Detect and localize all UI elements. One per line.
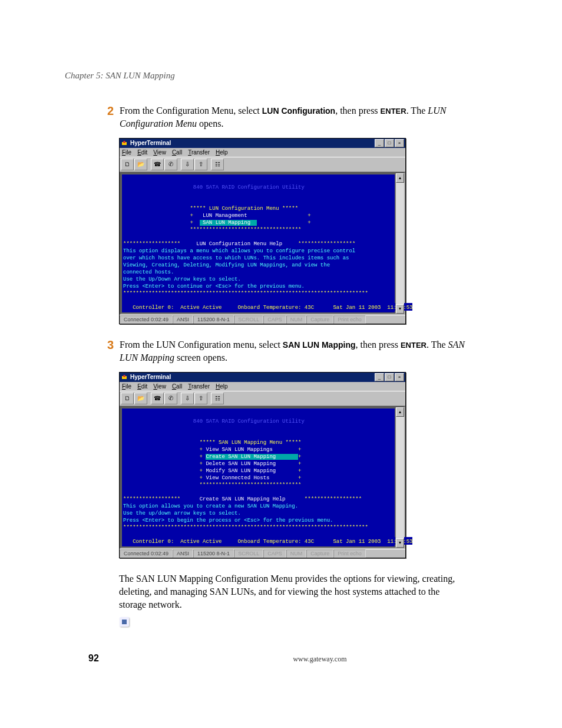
tool-properties-icon[interactable]: ☷ [211, 393, 224, 404]
menu-view[interactable]: View [153, 383, 166, 390]
text: opens. [197, 118, 223, 129]
window-titlebar: HyperTerminal _ □ × [120, 373, 405, 382]
key-name: ENTER [381, 107, 406, 116]
status-baud: 115200 8-N-1 [193, 315, 234, 324]
menu-help[interactable]: Help [216, 383, 228, 390]
help-line: connected hosts. [123, 269, 174, 275]
menu-call[interactable]: Call [172, 149, 182, 156]
bold-label: SAN LUN Mapping [283, 340, 356, 350]
scroll-up-icon[interactable]: ▴ [396, 173, 404, 183]
menu-item-view-mappings[interactable]: View SAN LUN Mappings [206, 447, 272, 453]
menu-item-lun-management[interactable]: LUN Management [203, 213, 247, 219]
chapter-header: Chapter 5: SAN LUN Mapping [65, 71, 497, 81]
status-print: Print echo [333, 549, 366, 558]
status-capture: Capture [306, 315, 333, 324]
status-emulation: ANSI [173, 549, 193, 558]
svg-rect-5 [122, 620, 127, 624]
tool-receive-icon[interactable]: ⇧ [194, 159, 207, 170]
tool-new-icon[interactable]: 🗋 [121, 159, 134, 170]
menu-file[interactable]: File [122, 383, 131, 390]
menu-item-modify-mapping[interactable]: Modify SAN LUN Mapping [206, 468, 276, 474]
status-connected: Connected 0:02:49 [120, 549, 173, 558]
help-line: Use the Up/Down Arrow keys to select. [123, 276, 241, 282]
tool-connect-icon[interactable]: ☎ [151, 159, 164, 170]
minimize-button[interactable]: _ [375, 139, 384, 147]
step-number: 3 [97, 338, 114, 365]
scroll-down-icon[interactable]: ▾ [396, 538, 404, 548]
menu-item-delete-mapping[interactable]: Delete SAN LUN Mapping [206, 461, 276, 467]
scroll-up-icon[interactable]: ▴ [396, 407, 404, 417]
menu-item-create-mapping[interactable]: Create SAN LUN Mapping [206, 454, 298, 460]
step-number: 2 [97, 104, 114, 131]
scroll-down-icon[interactable]: ▾ [396, 304, 404, 314]
close-button[interactable]: × [395, 373, 404, 381]
terminal-content[interactable]: 840 SATA RAID Configuration Utility ****… [122, 409, 395, 546]
status-baud: 115200 8-N-1 [193, 549, 234, 558]
menu-edit[interactable]: Edit [137, 149, 147, 156]
tool-disconnect-icon[interactable]: ✆ [164, 393, 177, 404]
maximize-button[interactable]: □ [385, 373, 394, 381]
toolbar: 🗋 📂 ☎ ✆ ⇩ ⇧ ☷ [120, 391, 405, 406]
menu-item-view-hosts[interactable]: View Connected Hosts [206, 475, 269, 481]
tool-disconnect-icon[interactable]: ✆ [164, 159, 177, 170]
maximize-button[interactable]: □ [385, 139, 394, 147]
menu-help[interactable]: Help [216, 149, 228, 156]
help-line: over which hosts have access to which LU… [123, 255, 349, 261]
step-3: 3 From the LUN Configuration menu, selec… [65, 338, 497, 365]
status-strip: Connected 0:02:49 ANSI 115200 8-N-1 SCRO… [120, 315, 405, 324]
tool-send-icon[interactable]: ⇩ [181, 393, 194, 404]
status-connected: Connected 0:02:49 [120, 315, 173, 324]
close-button[interactable]: × [395, 139, 404, 147]
status-num: NUM [286, 549, 307, 558]
app-icon [121, 374, 128, 381]
app-icon [121, 140, 128, 147]
bold-label: LUN Configuration [262, 106, 335, 116]
screenshot-1: HyperTerminal _ □ × File Edit View Call … [119, 138, 497, 324]
vertical-scrollbar[interactable]: ▴ ▾ [395, 407, 404, 548]
tool-open-icon[interactable]: 📂 [134, 159, 147, 170]
page-footer: 92 www.gateway.com [65, 653, 497, 664]
terminal-content[interactable]: 840 SATA RAID Configuration Utility ****… [122, 174, 395, 312]
help-line: This option displays a menu which allows… [123, 248, 355, 254]
help-header: LUN Configuration Menu Help [196, 241, 282, 247]
vertical-scrollbar[interactable]: ▴ ▾ [395, 173, 404, 314]
menu-edit[interactable]: Edit [137, 383, 147, 390]
menu-view[interactable]: View [153, 149, 166, 156]
util-title: 840 SATA RAID Configuration Utility [193, 185, 305, 190]
step-text: From the Configuration Menu, select LUN … [120, 104, 467, 131]
terminal-viewport: ▴ ▾ 840 SATA RAID Configuration Utility … [120, 406, 405, 549]
tool-receive-icon[interactable]: ⇧ [194, 393, 207, 404]
window-title: HyperTerminal [130, 140, 375, 146]
menu-item-san-lun-mapping[interactable]: SAN LUN Mapping [200, 220, 257, 226]
text: . The [406, 106, 428, 116]
text: , then press [356, 340, 401, 350]
screenshot-2: HyperTerminal _ □ × File Edit View Call … [119, 372, 497, 558]
toolbar: 🗋 📂 ☎ ✆ ⇩ ⇧ ☷ [120, 157, 405, 172]
menu-file[interactable]: File [122, 149, 131, 156]
minimize-button[interactable]: _ [375, 373, 384, 381]
tool-properties-icon[interactable]: ☷ [211, 159, 224, 170]
text: . The [427, 340, 448, 350]
tool-open-icon[interactable]: 📂 [134, 393, 147, 404]
status-scroll: SCROLL [234, 549, 263, 558]
text: From the Configuration Menu, select [120, 106, 262, 116]
step-text: From the LUN Configuration menu, select … [120, 338, 467, 365]
hyperterminal-window: HyperTerminal _ □ × File Edit View Call … [119, 138, 406, 324]
status-emulation: ANSI [173, 315, 193, 324]
footer-url: www.gateway.com [143, 655, 497, 664]
tool-new-icon[interactable]: 🗋 [121, 393, 134, 404]
menu-transfer[interactable]: Transfer [188, 383, 210, 390]
terminal-viewport: ▴ ▾ 840 SATA RAID Configuration Utility … [120, 172, 405, 315]
svg-point-3 [123, 375, 125, 377]
help-line: This option allows you to create a new S… [123, 503, 298, 509]
tool-connect-icon[interactable]: ☎ [151, 393, 164, 404]
tool-send-icon[interactable]: ⇩ [181, 159, 194, 170]
menu-transfer[interactable]: Transfer [188, 149, 210, 156]
menubar: File Edit View Call Transfer Help [120, 148, 405, 157]
svg-point-1 [123, 141, 125, 143]
menu-call[interactable]: Call [172, 383, 182, 390]
text: screen opens. [174, 353, 227, 363]
menu-title: ***** SAN LUN Mapping Menu ***** [200, 440, 302, 446]
step-2: 2 From the Configuration Menu, select LU… [65, 104, 497, 131]
menubar: File Edit View Call Transfer Help [120, 382, 405, 391]
